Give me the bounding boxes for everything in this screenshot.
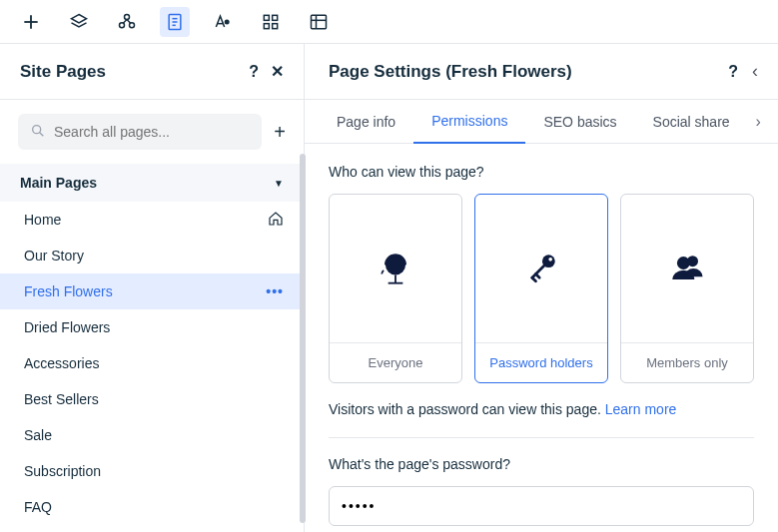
page-list: Home Our Story Fresh Flowers ••• Dried F… (0, 202, 304, 525)
search-icon (30, 123, 46, 142)
page-item-home[interactable]: Home (0, 202, 304, 238)
svg-line-7 (127, 19, 131, 23)
page-item-our-story[interactable]: Our Story (0, 238, 304, 273)
option-label: Password holders (475, 342, 607, 382)
settings-title: Page Settings (Fresh Flowers) (329, 62, 572, 82)
svg-rect-17 (312, 15, 327, 28)
page-item-label: FAQ (24, 499, 52, 515)
settings-panel: Page Settings (Fresh Flowers) ? ‹ Page i… (305, 44, 778, 532)
page-item-faq[interactable]: FAQ (0, 489, 304, 525)
tab-page-info[interactable]: Page info (319, 101, 413, 143)
settings-tabs: Page info Permissions SEO basics Social … (305, 100, 778, 144)
chevron-left-icon[interactable]: ‹ (752, 61, 758, 82)
option-label: Members only (621, 342, 753, 382)
svg-rect-16 (273, 23, 278, 28)
scrollbar[interactable] (300, 154, 306, 523)
page-item-subscription[interactable]: Subscription (0, 453, 304, 489)
section-header[interactable]: Main Pages ▼ (0, 164, 304, 202)
page-item-label: Accessories (24, 355, 99, 371)
page-item-label: Sale (24, 427, 52, 443)
tab-social-share[interactable]: Social share (635, 101, 748, 143)
svg-line-6 (123, 19, 127, 23)
home-icon (268, 211, 284, 230)
page-item-accessories[interactable]: Accessories (0, 345, 304, 381)
page-item-dried-flowers[interactable]: Dried Flowers (0, 309, 304, 345)
globe-icon (330, 195, 461, 342)
more-icon[interactable]: ••• (266, 283, 284, 299)
pages-sidebar: Site Pages ? ✕ + Main Pages ▼ Home (0, 44, 305, 532)
page-item-best-sellers[interactable]: Best Sellers (0, 381, 304, 417)
tab-permissions[interactable]: Permissions (413, 100, 525, 144)
top-toolbar (0, 0, 778, 44)
page-item-fresh-flowers[interactable]: Fresh Flowers ••• (0, 273, 304, 309)
svg-rect-13 (264, 15, 269, 20)
tab-seo-basics[interactable]: SEO basics (525, 101, 634, 143)
help-icon[interactable]: ? (728, 63, 738, 81)
sidebar-header: Site Pages ? ✕ (0, 44, 304, 100)
page-item-label: Our Story (24, 248, 84, 264)
add-page-icon[interactable]: + (274, 121, 286, 144)
svg-point-20 (33, 125, 41, 133)
svg-line-29 (532, 277, 536, 281)
search-input[interactable] (54, 124, 250, 140)
permission-options: Everyone Password holders Members only (329, 194, 754, 383)
caret-down-icon: ▼ (274, 178, 284, 189)
data-icon[interactable] (304, 7, 334, 37)
svg-point-31 (687, 256, 698, 266)
svg-point-26 (548, 258, 552, 262)
key-icon (475, 195, 607, 342)
page-item-label: Home (24, 212, 61, 228)
page-item-label: Subscription (24, 463, 101, 479)
page-item-label: Fresh Flowers (24, 283, 113, 299)
svg-line-28 (536, 274, 540, 278)
page-item-sale[interactable]: Sale (0, 417, 304, 453)
pages-icon[interactable] (160, 7, 190, 37)
divider (329, 437, 754, 438)
tabs-scroll-right-icon[interactable]: › (748, 113, 769, 131)
learn-more-link[interactable]: Learn more (605, 401, 677, 417)
view-question: Who can view this page? (329, 164, 754, 180)
svg-marker-2 (72, 14, 87, 22)
apps-icon[interactable] (256, 7, 286, 37)
components-icon[interactable] (112, 7, 142, 37)
settings-header: Page Settings (Fresh Flowers) ? ‹ (305, 44, 778, 100)
info-text-content: Visitors with a password can view this p… (329, 401, 605, 417)
add-icon[interactable] (16, 7, 46, 37)
close-icon[interactable]: ✕ (271, 62, 284, 81)
design-icon[interactable] (208, 7, 238, 37)
layers-icon[interactable] (64, 7, 94, 37)
svg-point-3 (125, 14, 130, 19)
password-input[interactable] (329, 486, 754, 526)
help-icon[interactable]: ? (249, 63, 259, 81)
option-everyone[interactable]: Everyone (329, 194, 462, 383)
svg-rect-15 (264, 23, 269, 28)
svg-rect-14 (273, 15, 278, 20)
sidebar-title: Site Pages (20, 62, 106, 82)
svg-line-21 (40, 132, 44, 136)
section-title: Main Pages (20, 175, 97, 191)
members-icon (621, 195, 753, 342)
page-item-label: Dried Flowers (24, 319, 110, 335)
search-box[interactable] (18, 114, 262, 150)
option-password-holders[interactable]: Password holders (474, 194, 608, 383)
password-question: What's the page's password? (329, 456, 754, 472)
info-text: Visitors with a password can view this p… (329, 401, 754, 417)
option-label: Everyone (330, 342, 461, 382)
settings-body: Who can view this page? Everyone Passwor… (305, 144, 778, 532)
option-members-only[interactable]: Members only (620, 194, 754, 383)
page-item-label: Best Sellers (24, 391, 99, 407)
